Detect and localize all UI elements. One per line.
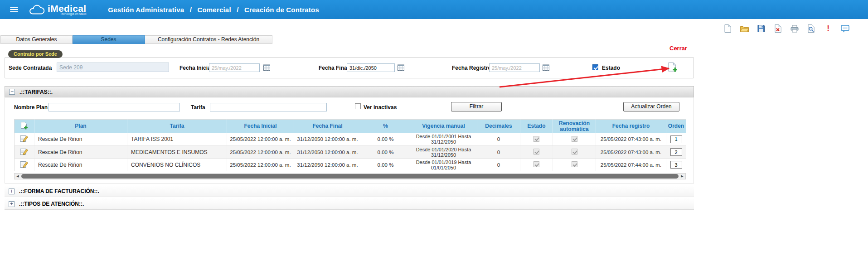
top-navbar: iMedical Tecnología en salud Gestión Adm… [0,0,868,19]
tarifas-filter-row: Nombre Plan Tarifa Ver inactivas Filtrar… [5,97,693,119]
cell-vigencia-manual: Desde 01/01/2020 Hasta 31/12/2050 [410,146,477,159]
cell-fecha-final: 31/12/2050 12:00:00 a. m. [294,159,361,171]
breadcrumb-separator: / [190,6,192,14]
cell-porcentaje: 0.00 % [361,133,410,146]
renovacion-row-checkbox [572,161,577,167]
menu-icon[interactable] [10,7,18,12]
col-header-estado[interactable]: Estado [520,120,553,133]
actualizar-orden-button[interactable]: Actualizar Orden [623,102,679,111]
fecha-final-label: Fecha Final [319,65,349,71]
calendar-icon[interactable] [263,64,270,72]
nombre-plan-input[interactable] [48,103,180,111]
save-icon[interactable] [756,24,766,33]
col-header-plan[interactable]: Plan [34,120,127,133]
table-row: Rescate De Riñon TARIFA ISS 2001 25/05/2… [15,133,686,146]
add-contract-icon[interactable] [668,63,678,72]
cell-fecha-inicial: 25/05/2022 12:00:00 a. m. [227,146,294,159]
close-link[interactable]: Cerrar [669,45,687,52]
edit-icon[interactable] [20,135,29,142]
cell-decimales: 0 [477,146,520,159]
cell-plan: Rescate De Riñon [34,146,127,159]
alert-icon[interactable]: ! [824,24,833,33]
breadcrumb-item[interactable]: Comercial [197,6,231,14]
cell-fecha-inicial: 25/05/2022 12:00:00 a. m. [227,133,294,146]
cell-porcentaje: 0.00 % [361,146,410,159]
preview-icon[interactable] [807,24,816,33]
tarifa-input[interactable] [210,103,327,111]
section-title: .::FORMA DE FACTURACIÓN::. [19,188,99,194]
fecha-registro-input[interactable] [489,63,540,72]
sede-contratada-input[interactable] [57,63,169,72]
screen: iMedical Tecnología en salud Gestión Adm… [0,0,868,261]
print-icon[interactable] [790,24,799,33]
col-header-porcentaje[interactable]: % [361,120,410,133]
cell-fecha-registro: 25/05/2022 07:43:00 a. m. [596,146,666,159]
section-tipos-atencion[interactable]: + .::TIPOS DE ATENCIÓN::. [5,198,694,210]
breadcrumb-item: Creación de Contratos [244,6,319,14]
cell-decimales: 0 [477,133,520,146]
col-header-renovacion[interactable]: Renovación automática [553,120,596,133]
tab-sedes[interactable]: Sedes [73,35,145,44]
col-header-orden[interactable]: Orden [666,120,686,133]
orden-input[interactable] [670,148,682,156]
expand-icon[interactable]: + [9,188,15,194]
tarifas-table: Plan Tarifa Fecha Inicial Fecha Final % … [14,119,686,171]
col-header-fecha-registro[interactable]: Fecha registro [596,120,666,133]
estado-row-checkbox [533,161,539,167]
collapse-icon[interactable]: − [9,89,15,95]
cell-fecha-inicial: 25/05/2022 12:00:00 a. m. [227,159,294,171]
orden-input[interactable] [670,135,682,143]
sede-form: Sede Contratada Fecha Inicial Fecha Fina… [5,57,694,78]
cell-fecha-registro: 25/05/2022 07:43:00 a. m. [596,133,666,146]
fecha-inicial-input[interactable] [209,63,260,72]
scroll-left-icon[interactable]: ◀ [15,174,21,179]
logo-name: iMedical [48,4,86,13]
cell-plan: Rescate De Riñon [34,159,127,171]
col-header-decimales[interactable]: Decimales [477,120,520,133]
scroll-right-icon[interactable]: ▶ [679,174,685,179]
renovacion-row-checkbox [572,149,577,155]
add-column-header [15,120,34,133]
fecha-final-input[interactable] [347,63,395,72]
col-header-tarifa[interactable]: Tarifa [127,120,227,133]
table-header-row: Plan Tarifa Fecha Inicial Fecha Final % … [15,120,686,133]
tab-configuracion-contratos[interactable]: Configuración Contratos - Redes Atención [145,35,272,44]
filtrar-button[interactable]: Filtrar [451,102,502,111]
edit-icon[interactable] [20,161,29,168]
col-header-fecha-inicial[interactable]: Fecha Inicial [227,120,294,133]
fecha-registro-label: Fecha Registro [452,65,491,71]
breadcrumb-item[interactable]: Gestión Administrativa [108,6,184,14]
export-excel-icon[interactable] [773,24,782,33]
cloud-logo-icon [28,4,45,15]
open-folder-icon[interactable] [740,24,749,33]
horizontal-scrollbar[interactable]: ◀ ▶ [14,173,686,179]
section-forma-facturacion[interactable]: + .::FORMA DE FACTURACIÓN::. [5,186,694,197]
section-title: .::TIPOS DE ATENCIÓN::. [19,201,84,207]
calendar-icon[interactable] [398,64,404,72]
nombre-plan-label: Nombre Plan [14,104,48,111]
cell-tarifa: TARIFA ISS 2001 [127,133,227,146]
add-tarifa-icon[interactable] [20,122,28,130]
calendar-icon[interactable] [543,64,549,72]
scrollbar-thumb[interactable] [21,174,679,179]
col-header-fecha-final[interactable]: Fecha Final [294,120,361,133]
tab-bar: Datos Generales Sedes Configuración Cont… [0,35,272,44]
breadcrumb-separator: / [237,6,238,14]
cell-plan: Rescate De Riñon [34,133,127,146]
comments-icon[interactable] [840,24,849,33]
expand-icon[interactable]: + [9,201,15,207]
table-row: Rescate De Riñon CONVENIOS NO CLÍNICOS 2… [15,159,686,171]
cell-fecha-final: 31/12/2050 12:00:00 a. m. [294,133,361,146]
cell-vigencia-manual: Desde 01/01/2019 Hasta 01/01/2050 [410,159,477,171]
edit-icon[interactable] [20,148,29,155]
ver-inactivas-checkbox[interactable] [355,103,361,109]
new-document-icon[interactable] [723,24,732,33]
cell-tarifa: CONVENIOS NO CLÍNICOS [127,159,227,171]
tab-datos-generales[interactable]: Datos Generales [0,35,73,44]
col-header-vigencia-manual[interactable]: Vigencia manual [410,120,477,133]
tarifas-section-header[interactable]: − .::TARIFAS::. [5,86,694,97]
orden-input[interactable] [670,161,682,169]
toolbar: ! [723,24,849,34]
estado-row-checkbox [533,136,539,142]
estado-checkbox[interactable] [592,64,598,70]
